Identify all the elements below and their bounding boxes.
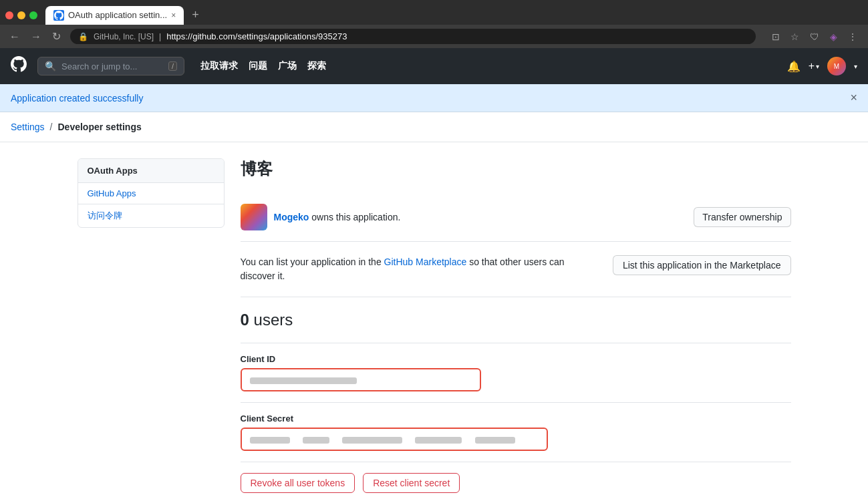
users-count: 0 — [241, 311, 249, 329]
nav-pull-requests[interactable]: 拉取请求 — [200, 60, 238, 72]
back-btn[interactable]: ← — [8, 29, 21, 44]
new-menu[interactable]: + ▾ — [809, 60, 819, 72]
browser-actions: ⊡ ☆ 🛡 ◈ ⋮ — [769, 30, 860, 43]
new-tab-btn[interactable]: + — [186, 5, 204, 25]
client-secret-field — [241, 428, 548, 451]
revoke-tokens-button[interactable]: Revoke all user tokens — [241, 473, 355, 493]
sidebar-item-tokens[interactable]: 访问令牌 — [78, 204, 224, 227]
tab-bar: OAuth application settin... × + — [0, 0, 868, 25]
nav-links: 拉取请求 问题 广场 探索 — [200, 60, 326, 72]
github-navbar: 🔍 Search or jump to... / 拉取请求 问题 广场 探索 🔔… — [0, 48, 868, 84]
marketplace-link[interactable]: GitHub Marketplace — [384, 257, 467, 267]
ownership-row: Mogeko owns this application. Transfer o… — [241, 193, 791, 242]
client-secret-redacted-1 — [250, 437, 290, 444]
owner-avatar — [241, 204, 267, 230]
reload-btn[interactable]: ↻ — [51, 29, 62, 44]
client-secret-redacted-5 — [475, 437, 515, 444]
github-logo[interactable] — [11, 56, 27, 76]
nav-issues[interactable]: 问题 — [249, 60, 267, 72]
client-id-redacted — [250, 377, 357, 384]
active-tab[interactable]: OAuth application settin... × — [45, 6, 184, 25]
search-placeholder: Search or jump to... — [61, 61, 137, 71]
shield-icon[interactable]: 🛡 — [807, 30, 822, 43]
success-message: Application created successfully — [11, 93, 143, 104]
main-content: 博客 Mogeko owns this application. Transfe… — [241, 158, 791, 495]
marketplace-description: You can list your application in the Git… — [241, 255, 599, 283]
sidebar-item-github-apps[interactable]: GitHub Apps — [78, 183, 224, 204]
translate-icon[interactable]: ⊡ — [769, 30, 782, 43]
client-id-field — [241, 368, 481, 391]
success-banner: Application created successfully × — [0, 84, 868, 112]
address-bar: ← → ↻ 🔒 GitHub, Inc. [US] | https://gith… — [0, 25, 868, 48]
sidebar-section-oauth: OAuth Apps GitHub Apps 访问令牌 — [78, 158, 225, 228]
client-secret-label: Client Secret — [241, 414, 791, 424]
search-bar[interactable]: 🔍 Search or jump to... / — [37, 57, 184, 75]
breadcrumb-settings[interactable]: Settings — [11, 122, 45, 132]
breadcrumb-separator: / — [50, 122, 53, 132]
bookmark-icon[interactable]: ☆ — [788, 30, 802, 43]
users-section: 0 users — [241, 297, 791, 343]
nav-right: 🔔 + ▾ M ▾ — [787, 57, 857, 75]
tab-close-btn[interactable]: × — [171, 11, 176, 20]
transfer-ownership-button[interactable]: Transfer ownership — [694, 207, 790, 227]
traffic-lights — [5, 11, 37, 19]
client-id-label: Client ID — [241, 354, 791, 364]
address-input[interactable]: 🔒 GitHub, Inc. [US] | https://github.com… — [70, 29, 756, 44]
forward-btn[interactable]: → — [29, 29, 43, 44]
page-layout: OAuth Apps GitHub Apps 访问令牌 博客 Mogeko ow… — [67, 158, 802, 495]
marketplace-row: You can list your application in the Git… — [241, 242, 791, 297]
client-id-section: Client ID — [241, 343, 791, 403]
client-secret-redacted-3 — [342, 437, 402, 444]
client-secret-redacted-2 — [303, 437, 329, 444]
user-avatar[interactable]: M — [827, 57, 846, 75]
users-label: users — [249, 311, 293, 329]
owner-text: Mogeko owns this application. — [274, 212, 694, 222]
sidebar: OAuth Apps GitHub Apps 访问令牌 — [78, 158, 225, 495]
client-secret-section: Client Secret — [241, 403, 791, 462]
extension-icon[interactable]: ◈ — [827, 30, 840, 43]
client-secret-redacted-4 — [415, 437, 462, 444]
breadcrumb-developer-settings: Developer settings — [57, 122, 141, 132]
traffic-red[interactable] — [5, 11, 13, 19]
action-buttons: Revoke all user tokens Reset client secr… — [241, 462, 791, 495]
traffic-yellow[interactable] — [17, 11, 25, 19]
app-title: 博客 — [241, 158, 791, 180]
avatar-dropdown-icon[interactable]: ▾ — [854, 63, 857, 70]
tab-title: OAuth application settin... — [68, 10, 167, 20]
browser-chrome: OAuth application settin... × + ← → ↻ 🔒 … — [0, 0, 868, 48]
traffic-green[interactable] — [29, 11, 37, 19]
search-shortcut: / — [168, 61, 177, 71]
sidebar-section-title: OAuth Apps — [78, 159, 224, 183]
list-marketplace-button[interactable]: List this application in the Marketplace — [613, 255, 791, 275]
reset-secret-button[interactable]: Reset client secret — [363, 473, 460, 493]
notifications-icon[interactable]: 🔔 — [787, 60, 801, 73]
owner-name[interactable]: Mogeko — [274, 212, 309, 222]
breadcrumb: Settings / Developer settings — [0, 112, 868, 142]
lock-icon: 🔒 — [78, 32, 88, 41]
nav-explore[interactable]: 探索 — [307, 60, 326, 72]
menu-icon[interactable]: ⋮ — [845, 30, 860, 43]
nav-marketplace[interactable]: 广场 — [278, 60, 297, 72]
tab-favicon — [53, 10, 64, 21]
address-url: https://github.com/settings/applications… — [166, 31, 347, 41]
success-close-btn[interactable]: × — [850, 91, 857, 105]
search-icon: 🔍 — [45, 61, 56, 71]
site-identity: GitHub, Inc. [US] — [94, 32, 154, 41]
